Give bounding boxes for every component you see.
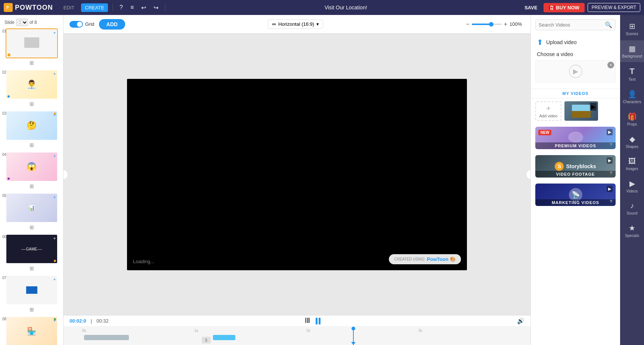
slide-item-07[interactable]: 07 + ⊞ xyxy=(1,275,62,314)
slide-thumb-inner-08: 🏪 + xyxy=(6,317,57,345)
sidebar-item-specials[interactable]: ★ Specials xyxy=(620,220,644,241)
search-button[interactable]: 🔍 xyxy=(605,21,612,28)
sidebar-item-characters[interactable]: 👤 Characters xyxy=(620,86,644,108)
images-label: Images xyxy=(626,167,638,171)
ruler-0s: 0s xyxy=(82,329,194,333)
empty-video-card[interactable]: ▶ xyxy=(535,60,616,83)
slide-thumb-08[interactable]: 🏪 + xyxy=(6,316,58,345)
zoom-percentage: 100% xyxy=(510,21,524,27)
sidebar-item-shapes[interactable]: ◆ Shapes xyxy=(620,131,644,153)
timeline-controls: 00:02:0 | 00:32 � xyxy=(64,315,530,327)
scenes-label: Scenes xyxy=(626,32,638,36)
characters-label: Characters xyxy=(623,100,641,104)
add-video-card[interactable]: + Add video xyxy=(535,101,561,121)
slide-number-select[interactable]: 1234 5678 xyxy=(16,19,28,26)
video-thumb-1[interactable]: ▶ xyxy=(564,101,598,121)
sidebar-item-background[interactable]: ▦ Background xyxy=(620,40,644,62)
premium-videos-section[interactable]: NEW ▶ ▾ PREMIUM VIDEOS xyxy=(535,127,616,149)
edit-button[interactable]: EDIT xyxy=(60,3,78,12)
zoom-in-button[interactable]: + xyxy=(504,21,507,28)
video-icon-overlay-2: ▶ xyxy=(607,157,613,164)
videos-icon: ▶ xyxy=(629,179,635,188)
sidebar-item-sound[interactable]: ♪ Sound xyxy=(620,198,644,219)
slide-canvas[interactable]: Loading... CREATED USING PowToon 🎨 xyxy=(127,79,467,270)
slide-action-07: ⊞ xyxy=(1,305,62,314)
slide-add-04[interactable]: + xyxy=(53,154,56,159)
slide-label: Slide xyxy=(4,20,15,25)
timeline-block-1[interactable] xyxy=(84,335,129,340)
frame-controls-button[interactable] xyxy=(305,317,313,325)
sidebar-item-scenes[interactable]: ⊞ Scenes xyxy=(620,18,644,40)
slide-add-07[interactable]: + xyxy=(53,277,56,282)
slide-thumb-06[interactable]: ----GAME---- + xyxy=(6,234,58,264)
buy-flag: 🇨🇦 xyxy=(549,5,555,10)
slide-thumb-05[interactable]: 📊 + xyxy=(6,193,58,223)
slide-item-02[interactable]: 02 👨‍💼 + ⊞ xyxy=(1,70,62,108)
close-card-button[interactable]: × xyxy=(607,62,614,68)
slide-item-06[interactable]: 06 ----GAME---- + ⊞ xyxy=(1,234,62,273)
slide-item-08[interactable]: 08 🏪 + xyxy=(1,316,62,345)
slide-add-05[interactable]: + xyxy=(53,195,56,200)
timeline-track[interactable]: 0s 1s 2s 3s 5 xyxy=(64,327,530,345)
watermark-text: CREATED USING xyxy=(394,257,425,261)
notes-button[interactable]: ≡ xyxy=(128,3,136,12)
collapse-panel-button[interactable]: ‹ xyxy=(64,169,68,180)
save-button[interactable]: SAVE xyxy=(524,5,537,10)
slide-action-btn-03[interactable]: ⊞ xyxy=(28,141,35,149)
slide-action-btn-04[interactable]: ⊞ xyxy=(28,182,35,190)
slide-thumb-02[interactable]: 👨‍💼 + xyxy=(6,70,58,99)
upload-video-button[interactable]: ⬆ Upload video xyxy=(531,35,620,50)
volume-button[interactable]: 🔊 xyxy=(517,317,524,324)
slide-action-btn-05[interactable]: ⊞ xyxy=(28,224,35,231)
storyblocks-logo: S Storyblocks xyxy=(555,162,596,171)
far-right-panel: ⊞ Scenes ▦ Background T Text 👤 Character… xyxy=(620,15,644,345)
slide-item-04[interactable]: 04 😱 + ⊞ xyxy=(1,152,62,191)
next-slide-button[interactable]: › xyxy=(526,169,530,180)
slide-thumb-03[interactable]: 🤔 + xyxy=(6,111,58,141)
undo-button[interactable]: ↩ xyxy=(139,3,148,13)
storyblocks-section[interactable]: S Storyblocks ▶ ▾ VIDEO FOOTAGE xyxy=(535,155,616,178)
create-button[interactable]: CREATE xyxy=(81,3,108,12)
slide-action-btn-01[interactable]: ⊞ xyxy=(28,59,35,67)
scenes-icon: ⊞ xyxy=(629,22,635,31)
sidebar-item-props[interactable]: 🎁 Props xyxy=(620,108,644,130)
grid-toggle[interactable] xyxy=(69,21,83,28)
canvas-loading-text: Loading... xyxy=(133,259,154,264)
time-current: 00:02:0 xyxy=(69,318,86,324)
slide-action-btn-02[interactable]: ⊞ xyxy=(28,100,35,108)
zoom-slider[interactable] xyxy=(472,24,502,25)
slide-action-btn-07[interactable]: ⊞ xyxy=(28,306,35,313)
shapes-label: Shapes xyxy=(626,145,638,149)
sidebar-item-images[interactable]: 🖼 Images xyxy=(620,153,644,175)
slide-item-01[interactable]: 01 + ⊞ xyxy=(1,28,62,67)
slide-item-05[interactable]: 05 📊 + ⊞ xyxy=(1,193,62,232)
slide-thumb-01[interactable]: + xyxy=(6,28,58,58)
slide-action-btn-06[interactable]: ⊞ xyxy=(28,265,35,272)
zoom-out-button[interactable]: − xyxy=(466,21,469,28)
timeline-block-2[interactable] xyxy=(213,335,235,340)
buy-button[interactable]: 🇨🇦 BUY NOW xyxy=(544,3,585,12)
slide-add-06[interactable]: + xyxy=(53,236,56,241)
slide-thumb-07[interactable]: + xyxy=(6,275,58,305)
search-input[interactable] xyxy=(539,22,605,28)
sidebar-item-text[interactable]: T Text xyxy=(620,63,644,85)
search-bar: 🔍 xyxy=(535,19,616,30)
help-button[interactable]: ? xyxy=(117,3,125,12)
orientation-button[interactable]: ⇔ Horizontal (16:9) ▾ xyxy=(268,19,323,29)
ruler-1s: 1s xyxy=(194,329,306,333)
slide-thumb-04[interactable]: 😱 + xyxy=(6,152,58,182)
sidebar-item-videos[interactable]: ▶ Videos xyxy=(620,175,644,197)
redo-button[interactable]: ↪ xyxy=(151,3,161,13)
slide-add-01[interactable]: + xyxy=(53,30,56,36)
marketing-videos-section[interactable]: 📡 ▶ ▾ MARKETING VIDEOS xyxy=(535,184,616,206)
slide-item-03[interactable]: 03 🤔 + ⊞ xyxy=(1,111,62,150)
orientation-chevron: ▾ xyxy=(316,21,319,27)
pause-button[interactable] xyxy=(316,318,321,324)
slide-action-03: ⊞ xyxy=(1,141,62,150)
videos-panel: 🔍 ⬆ Upload video Choose a video ▶ × MY V… xyxy=(530,15,620,345)
add-button[interactable]: ADD xyxy=(99,19,125,30)
preview-export-button[interactable]: PREVIEW & EXPORT xyxy=(588,3,640,12)
slide-indicator-01 xyxy=(7,53,10,56)
slide-add-02[interactable]: + xyxy=(53,71,56,77)
timeline-slot-1[interactable]: 5 xyxy=(202,337,211,344)
